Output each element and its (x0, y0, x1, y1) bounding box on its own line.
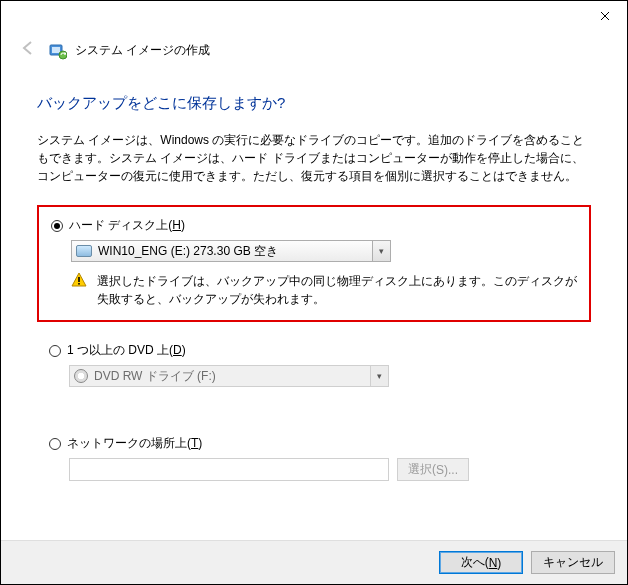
option-dvd-label: 1 つ以上の DVD 上(D) (67, 342, 186, 359)
svg-rect-4 (78, 283, 80, 285)
dvd-icon (74, 369, 88, 383)
svg-point-2 (59, 51, 67, 59)
chevron-down-icon: ▾ (377, 371, 382, 381)
dropdown-arrow-disabled: ▾ (370, 366, 388, 386)
page-description: システム イメージは、Windows の実行に必要なドライブのコピーです。追加の… (37, 131, 591, 185)
close-button[interactable] (582, 1, 627, 31)
option-network[interactable]: ネットワークの場所上(T) (49, 435, 579, 452)
title-bar (1, 1, 627, 31)
svg-rect-3 (78, 277, 80, 282)
radio-dvd[interactable] (49, 345, 61, 357)
content: バックアップをどこに保存しますか? システム イメージは、Windows の実行… (1, 94, 627, 481)
system-image-icon (49, 42, 67, 60)
highlight-box: ハード ディスク上(H) WIN10_ENG (E:) 273.30 GB 空き… (37, 205, 591, 322)
warning-icon (71, 272, 87, 288)
back-arrow-icon (15, 39, 41, 62)
dvd-drive-selected: DVD RW ドライブ (F:) (94, 368, 216, 385)
option-network-label: ネットワークの場所上(T) (67, 435, 202, 452)
drive-icon (76, 245, 92, 257)
footer: 次へ(N) キャンセル (1, 540, 627, 584)
dropdown-arrow[interactable]: ▾ (372, 241, 390, 261)
hdd-drive-select[interactable]: WIN10_ENG (E:) 273.30 GB 空き ▾ (71, 240, 391, 262)
option-dvd[interactable]: 1 つ以上の DVD 上(D) (49, 342, 579, 359)
network-path-input (69, 458, 389, 481)
cancel-button[interactable]: キャンセル (531, 551, 615, 574)
browse-button: 選択(S)... (397, 458, 469, 481)
header: システム イメージの作成 (1, 31, 627, 72)
radio-network[interactable] (49, 438, 61, 450)
option-network-section: ネットワークの場所上(T) 選択(S)... (37, 429, 591, 481)
hdd-warning: 選択したドライブは、バックアップ中の同じ物理ディスク上にあります。このディスクが… (71, 272, 577, 308)
svg-rect-1 (52, 47, 60, 53)
option-hdd-label: ハード ディスク上(H) (69, 217, 185, 234)
close-icon (600, 11, 610, 21)
page-heading: バックアップをどこに保存しますか? (37, 94, 591, 113)
chevron-down-icon: ▾ (379, 246, 384, 256)
dvd-drive-select: DVD RW ドライブ (F:) ▾ (69, 365, 389, 387)
window-title: システム イメージの作成 (75, 42, 210, 59)
option-hdd[interactable]: ハード ディスク上(H) (51, 217, 577, 234)
hdd-drive-selected: WIN10_ENG (E:) 273.30 GB 空き (98, 243, 278, 260)
next-button[interactable]: 次へ(N) (439, 551, 523, 574)
radio-hdd[interactable] (51, 220, 63, 232)
hdd-warning-text: 選択したドライブは、バックアップ中の同じ物理ディスク上にあります。このディスクが… (97, 272, 577, 308)
option-dvd-section: 1 つ以上の DVD 上(D) DVD RW ドライブ (F:) ▾ (37, 332, 591, 387)
